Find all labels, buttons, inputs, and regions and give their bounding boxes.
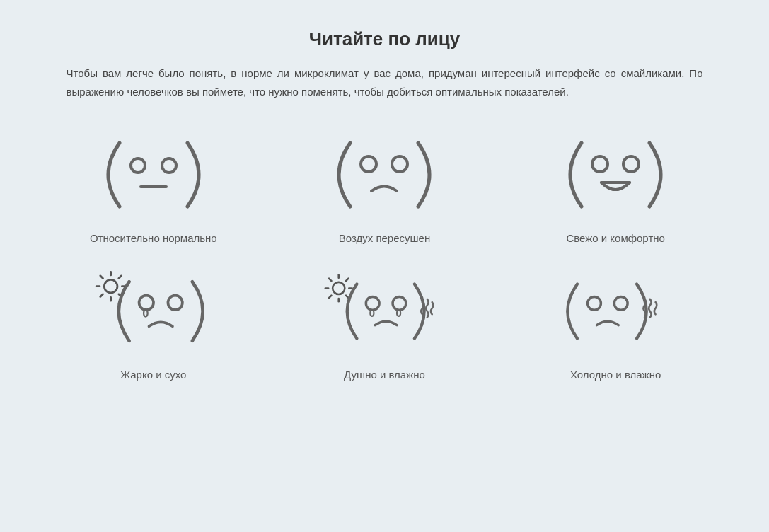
face-label-cold-humid: Холодно и влажно <box>570 369 661 381</box>
svg-line-24 <box>329 279 331 281</box>
svg-point-28 <box>366 296 380 310</box>
face-svg-hot-sad <box>90 265 217 357</box>
face-label-dry: Воздух пересушен <box>339 232 430 244</box>
face-svg-cold-humid <box>552 265 679 357</box>
face-svg-dry <box>320 129 448 221</box>
face-svg-happy <box>552 129 679 221</box>
svg-line-26 <box>346 279 348 281</box>
faces-grid: Относительно нормально Воздух пересушен <box>45 129 724 381</box>
svg-point-1 <box>162 158 176 173</box>
svg-point-0 <box>131 158 145 173</box>
face-svg-neutral <box>90 129 217 221</box>
face-label-hot-dry: Жарко и сухо <box>120 369 186 381</box>
svg-line-15 <box>119 276 122 279</box>
face-item-normal: Относительно нормально <box>45 129 262 244</box>
svg-point-30 <box>588 296 601 310</box>
face-label-normal: Относительно нормально <box>90 232 217 244</box>
svg-point-29 <box>393 296 406 310</box>
svg-point-19 <box>333 282 345 294</box>
main-container: Читайте по лицу Чтобы вам легче было пон… <box>0 0 769 532</box>
face-item-dry: Воздух пересушен <box>276 129 493 244</box>
svg-point-31 <box>614 296 628 310</box>
svg-point-5 <box>592 156 608 172</box>
svg-line-16 <box>100 294 103 297</box>
svg-point-18 <box>168 296 182 310</box>
svg-line-13 <box>100 276 103 279</box>
face-item-cold-humid: Холодно и влажно <box>507 265 724 381</box>
svg-point-17 <box>139 296 153 310</box>
face-item-hot-dry: Жарко и сухо <box>45 265 262 381</box>
face-label-stuffy: Душно и влажно <box>344 369 425 381</box>
svg-point-4 <box>392 156 407 172</box>
svg-point-8 <box>104 279 117 293</box>
face-label-fresh: Свежо и комфортно <box>566 232 664 244</box>
svg-line-27 <box>329 296 331 298</box>
page-title: Читайте по лицу <box>42 28 727 50</box>
svg-point-3 <box>361 156 376 172</box>
face-svg-stuffy <box>320 265 448 357</box>
face-item-stuffy-humid: Душно и влажно <box>276 265 493 381</box>
page-description: Чтобы вам легче было понять, в норме ли … <box>67 64 703 100</box>
svg-point-6 <box>623 156 639 172</box>
face-item-fresh: Свежо и комфортно <box>507 129 724 244</box>
